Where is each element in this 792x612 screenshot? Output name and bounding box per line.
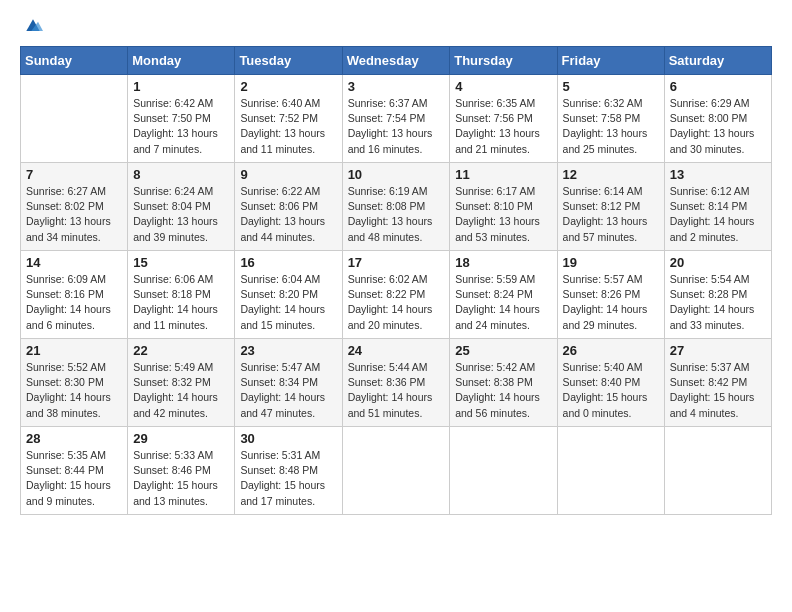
calendar-day-cell: 11 Sunrise: 6:17 AMSunset: 8:10 PMDaylig… xyxy=(450,163,557,251)
day-number: 8 xyxy=(133,167,229,182)
calendar-day-cell: 1 Sunrise: 6:42 AMSunset: 7:50 PMDayligh… xyxy=(128,75,235,163)
day-info: Sunrise: 5:42 AMSunset: 8:38 PMDaylight:… xyxy=(455,360,551,421)
calendar-day-cell: 17 Sunrise: 6:02 AMSunset: 8:22 PMDaylig… xyxy=(342,251,450,339)
day-number: 10 xyxy=(348,167,445,182)
calendar-day-cell: 16 Sunrise: 6:04 AMSunset: 8:20 PMDaylig… xyxy=(235,251,342,339)
day-info: Sunrise: 6:29 AMSunset: 8:00 PMDaylight:… xyxy=(670,96,766,157)
day-info: Sunrise: 6:17 AMSunset: 8:10 PMDaylight:… xyxy=(455,184,551,245)
calendar-day-cell: 30 Sunrise: 5:31 AMSunset: 8:48 PMDaylig… xyxy=(235,427,342,515)
day-info: Sunrise: 5:59 AMSunset: 8:24 PMDaylight:… xyxy=(455,272,551,333)
day-info: Sunrise: 6:37 AMSunset: 7:54 PMDaylight:… xyxy=(348,96,445,157)
calendar-day-cell: 24 Sunrise: 5:44 AMSunset: 8:36 PMDaylig… xyxy=(342,339,450,427)
day-number: 30 xyxy=(240,431,336,446)
day-info: Sunrise: 5:52 AMSunset: 8:30 PMDaylight:… xyxy=(26,360,122,421)
day-info: Sunrise: 6:27 AMSunset: 8:02 PMDaylight:… xyxy=(26,184,122,245)
page-header xyxy=(20,16,772,36)
day-info: Sunrise: 6:42 AMSunset: 7:50 PMDaylight:… xyxy=(133,96,229,157)
weekday-header: Saturday xyxy=(664,47,771,75)
day-info: Sunrise: 5:49 AMSunset: 8:32 PMDaylight:… xyxy=(133,360,229,421)
calendar-day-cell: 20 Sunrise: 5:54 AMSunset: 8:28 PMDaylig… xyxy=(664,251,771,339)
calendar-day-cell: 21 Sunrise: 5:52 AMSunset: 8:30 PMDaylig… xyxy=(21,339,128,427)
day-info: Sunrise: 6:02 AMSunset: 8:22 PMDaylight:… xyxy=(348,272,445,333)
day-info: Sunrise: 5:35 AMSunset: 8:44 PMDaylight:… xyxy=(26,448,122,509)
day-info: Sunrise: 5:33 AMSunset: 8:46 PMDaylight:… xyxy=(133,448,229,509)
day-number: 5 xyxy=(563,79,659,94)
day-info: Sunrise: 6:22 AMSunset: 8:06 PMDaylight:… xyxy=(240,184,336,245)
calendar-day-cell: 22 Sunrise: 5:49 AMSunset: 8:32 PMDaylig… xyxy=(128,339,235,427)
day-number: 20 xyxy=(670,255,766,270)
calendar-day-cell xyxy=(21,75,128,163)
day-number: 28 xyxy=(26,431,122,446)
day-info: Sunrise: 6:09 AMSunset: 8:16 PMDaylight:… xyxy=(26,272,122,333)
day-info: Sunrise: 6:24 AMSunset: 8:04 PMDaylight:… xyxy=(133,184,229,245)
calendar-day-cell: 26 Sunrise: 5:40 AMSunset: 8:40 PMDaylig… xyxy=(557,339,664,427)
day-info: Sunrise: 5:47 AMSunset: 8:34 PMDaylight:… xyxy=(240,360,336,421)
day-number: 12 xyxy=(563,167,659,182)
day-number: 3 xyxy=(348,79,445,94)
day-number: 7 xyxy=(26,167,122,182)
calendar-day-cell: 12 Sunrise: 6:14 AMSunset: 8:12 PMDaylig… xyxy=(557,163,664,251)
day-number: 26 xyxy=(563,343,659,358)
day-info: Sunrise: 5:57 AMSunset: 8:26 PMDaylight:… xyxy=(563,272,659,333)
calendar-day-cell: 25 Sunrise: 5:42 AMSunset: 8:38 PMDaylig… xyxy=(450,339,557,427)
day-number: 6 xyxy=(670,79,766,94)
calendar-day-cell: 15 Sunrise: 6:06 AMSunset: 8:18 PMDaylig… xyxy=(128,251,235,339)
calendar-day-cell: 4 Sunrise: 6:35 AMSunset: 7:56 PMDayligh… xyxy=(450,75,557,163)
calendar-week-row: 21 Sunrise: 5:52 AMSunset: 8:30 PMDaylig… xyxy=(21,339,772,427)
calendar-day-cell: 7 Sunrise: 6:27 AMSunset: 8:02 PMDayligh… xyxy=(21,163,128,251)
day-info: Sunrise: 6:35 AMSunset: 7:56 PMDaylight:… xyxy=(455,96,551,157)
day-number: 2 xyxy=(240,79,336,94)
day-number: 23 xyxy=(240,343,336,358)
day-number: 21 xyxy=(26,343,122,358)
day-number: 1 xyxy=(133,79,229,94)
calendar-day-cell xyxy=(342,427,450,515)
calendar-day-cell: 13 Sunrise: 6:12 AMSunset: 8:14 PMDaylig… xyxy=(664,163,771,251)
day-number: 15 xyxy=(133,255,229,270)
day-number: 14 xyxy=(26,255,122,270)
calendar-day-cell xyxy=(557,427,664,515)
logo xyxy=(20,16,43,36)
calendar-day-cell: 18 Sunrise: 5:59 AMSunset: 8:24 PMDaylig… xyxy=(450,251,557,339)
day-number: 4 xyxy=(455,79,551,94)
weekday-header: Monday xyxy=(128,47,235,75)
day-number: 29 xyxy=(133,431,229,446)
day-number: 9 xyxy=(240,167,336,182)
weekday-header: Tuesday xyxy=(235,47,342,75)
day-info: Sunrise: 6:06 AMSunset: 8:18 PMDaylight:… xyxy=(133,272,229,333)
calendar-day-cell: 6 Sunrise: 6:29 AMSunset: 8:00 PMDayligh… xyxy=(664,75,771,163)
calendar-day-cell: 19 Sunrise: 5:57 AMSunset: 8:26 PMDaylig… xyxy=(557,251,664,339)
calendar-day-cell: 23 Sunrise: 5:47 AMSunset: 8:34 PMDaylig… xyxy=(235,339,342,427)
day-info: Sunrise: 5:54 AMSunset: 8:28 PMDaylight:… xyxy=(670,272,766,333)
day-info: Sunrise: 5:44 AMSunset: 8:36 PMDaylight:… xyxy=(348,360,445,421)
calendar-day-cell: 8 Sunrise: 6:24 AMSunset: 8:04 PMDayligh… xyxy=(128,163,235,251)
calendar-day-cell: 10 Sunrise: 6:19 AMSunset: 8:08 PMDaylig… xyxy=(342,163,450,251)
day-number: 16 xyxy=(240,255,336,270)
calendar-body: 1 Sunrise: 6:42 AMSunset: 7:50 PMDayligh… xyxy=(21,75,772,515)
weekday-header: Wednesday xyxy=(342,47,450,75)
calendar-week-row: 7 Sunrise: 6:27 AMSunset: 8:02 PMDayligh… xyxy=(21,163,772,251)
calendar-day-cell: 14 Sunrise: 6:09 AMSunset: 8:16 PMDaylig… xyxy=(21,251,128,339)
day-number: 25 xyxy=(455,343,551,358)
calendar-day-cell xyxy=(664,427,771,515)
calendar-day-cell xyxy=(450,427,557,515)
day-number: 19 xyxy=(563,255,659,270)
weekday-header: Sunday xyxy=(21,47,128,75)
day-info: Sunrise: 6:14 AMSunset: 8:12 PMDaylight:… xyxy=(563,184,659,245)
day-info: Sunrise: 6:19 AMSunset: 8:08 PMDaylight:… xyxy=(348,184,445,245)
day-info: Sunrise: 5:37 AMSunset: 8:42 PMDaylight:… xyxy=(670,360,766,421)
calendar-day-cell: 29 Sunrise: 5:33 AMSunset: 8:46 PMDaylig… xyxy=(128,427,235,515)
day-info: Sunrise: 6:40 AMSunset: 7:52 PMDaylight:… xyxy=(240,96,336,157)
day-info: Sunrise: 5:31 AMSunset: 8:48 PMDaylight:… xyxy=(240,448,336,509)
day-number: 27 xyxy=(670,343,766,358)
day-number: 24 xyxy=(348,343,445,358)
calendar-day-cell: 5 Sunrise: 6:32 AMSunset: 7:58 PMDayligh… xyxy=(557,75,664,163)
calendar-week-row: 1 Sunrise: 6:42 AMSunset: 7:50 PMDayligh… xyxy=(21,75,772,163)
logo-icon xyxy=(23,16,43,36)
day-number: 22 xyxy=(133,343,229,358)
weekday-header: Friday xyxy=(557,47,664,75)
calendar-day-cell: 28 Sunrise: 5:35 AMSunset: 8:44 PMDaylig… xyxy=(21,427,128,515)
day-number: 13 xyxy=(670,167,766,182)
calendar-week-row: 14 Sunrise: 6:09 AMSunset: 8:16 PMDaylig… xyxy=(21,251,772,339)
day-info: Sunrise: 6:04 AMSunset: 8:20 PMDaylight:… xyxy=(240,272,336,333)
calendar-header: SundayMondayTuesdayWednesdayThursdayFrid… xyxy=(21,47,772,75)
